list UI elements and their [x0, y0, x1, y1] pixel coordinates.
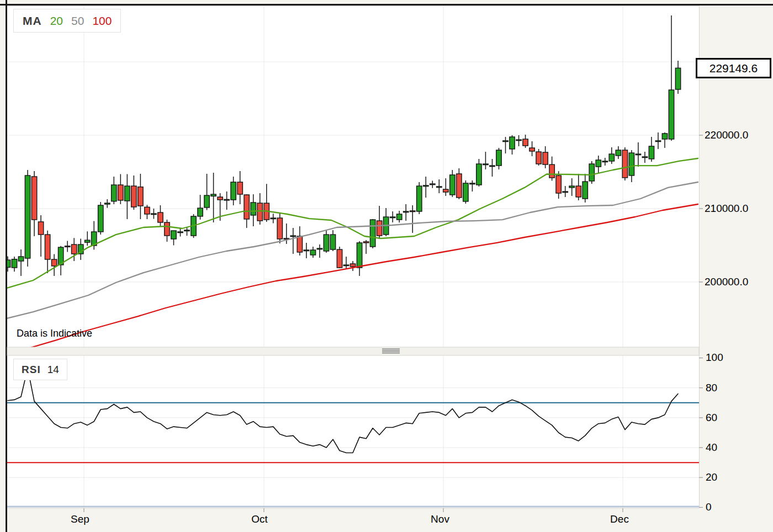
- candle-body-up: [629, 153, 634, 175]
- candle-body-up: [636, 154, 640, 155]
- candle-body-up: [98, 205, 103, 232]
- candle-body-up: [430, 184, 435, 185]
- rsi-legend-label: RSI: [22, 364, 41, 376]
- candle-body-up: [437, 187, 442, 188]
- candle-body-up: [417, 186, 422, 211]
- candle-body-up: [198, 208, 203, 216]
- candle-body-up: [12, 259, 17, 268]
- candle-body-up: [470, 183, 475, 184]
- candle-body-up: [211, 194, 216, 196]
- candle-body-up: [602, 161, 607, 162]
- candle-body-down: [51, 259, 56, 266]
- rsi-tick-60: 60: [706, 412, 717, 424]
- candle[interactable]: [417, 182, 422, 214]
- candle-body-up: [251, 203, 256, 215]
- candle-body-up: [655, 141, 660, 142]
- candle-body-up: [583, 182, 587, 199]
- candle-body-up: [85, 240, 90, 242]
- candle-body-down: [131, 186, 136, 207]
- ma-20-period-label: 20: [50, 14, 63, 28]
- candle[interactable]: [463, 180, 468, 204]
- ma-50-period-label: 50: [71, 14, 84, 28]
- candle-body-down: [543, 152, 548, 164]
- candle-body-up: [675, 68, 680, 89]
- rsi-legend[interactable]: RSI 14: [13, 359, 67, 380]
- rsi-tick-0: 0: [706, 501, 712, 513]
- candle-body-down: [443, 189, 448, 192]
- candle-body-down: [536, 152, 541, 164]
- rsi-tick-100: 100: [706, 352, 723, 364]
- candle-body-up: [503, 141, 508, 142]
- panel-divider[interactable]: [7, 347, 699, 355]
- price-tick-200000: 200000.0: [705, 276, 748, 288]
- candle-body-down: [410, 211, 415, 212]
- candle-body-down: [556, 175, 561, 193]
- candle[interactable]: [98, 202, 103, 235]
- candle-body-down: [244, 195, 249, 219]
- candle-body-up: [642, 157, 647, 158]
- candle-body-up: [151, 214, 156, 215]
- candle-body-up: [204, 195, 209, 208]
- candle-body-down: [363, 242, 368, 243]
- candle-body-up: [390, 217, 395, 218]
- candle-body-up: [310, 250, 315, 255]
- candle-body-down: [31, 177, 36, 220]
- candle-body-down: [218, 197, 223, 200]
- candle-body-up: [178, 232, 183, 233]
- candle-body-up: [125, 186, 130, 201]
- candle-body-up: [343, 265, 348, 266]
- candle-body-down: [622, 150, 627, 178]
- candle-body-up: [669, 90, 674, 139]
- chart-canvas[interactable]: [0, 0, 773, 532]
- candle-body-up: [510, 137, 515, 149]
- candle-body-up: [25, 175, 30, 258]
- candle[interactable]: [25, 170, 30, 267]
- candle[interactable]: [370, 219, 375, 248]
- candle-body-down: [457, 174, 462, 198]
- candle-body-up: [649, 146, 654, 159]
- candle-body-down: [523, 139, 528, 146]
- candle-body-up: [304, 250, 309, 251]
- month-label-sep: Sep: [71, 513, 89, 525]
- main-plot-area[interactable]: [7, 6, 699, 347]
- candle[interactable]: [622, 147, 627, 180]
- candle-body-up: [569, 186, 574, 188]
- ma-legend-label: MA: [23, 14, 42, 28]
- candle[interactable]: [536, 149, 541, 166]
- rsi-plot-area[interactable]: [7, 355, 699, 509]
- candle-body-up: [589, 164, 594, 181]
- ma-legend[interactable]: MA 20 50 100: [13, 9, 121, 33]
- candle-body-up: [224, 199, 229, 200]
- candle-body-down: [145, 207, 150, 214]
- candle-body-up: [18, 257, 23, 261]
- month-label-dec: Dec: [610, 513, 629, 525]
- candle-body-down: [72, 244, 77, 254]
- chart-frame-left: [6, 0, 7, 532]
- candle[interactable]: [589, 161, 594, 184]
- candle-body-up: [596, 160, 601, 167]
- candle-body-up: [476, 164, 481, 185]
- candle[interactable]: [337, 247, 342, 268]
- candle-body-down: [530, 148, 534, 151]
- candle-body-down: [165, 222, 170, 236]
- candle-body-up: [231, 182, 236, 200]
- indicative-data-note: Data is Indicative: [17, 328, 92, 339]
- candle-body-up: [450, 175, 455, 195]
- candle-body-up: [184, 230, 189, 231]
- candle-body-up: [290, 236, 295, 237]
- candle-body-up: [463, 183, 468, 201]
- candle[interactable]: [277, 214, 282, 243]
- candle-body-up: [423, 185, 428, 187]
- candle-body-up: [317, 248, 322, 249]
- candle-body-up: [516, 140, 521, 141]
- candle-body-up: [662, 134, 667, 139]
- rsi-tick-80: 80: [706, 382, 717, 394]
- candle-body-down: [118, 185, 123, 200]
- candle-body-up: [490, 166, 495, 167]
- candle-body-down: [277, 218, 282, 239]
- candle-body-up: [171, 231, 176, 239]
- candle-body-up: [357, 243, 362, 268]
- rsi-period-value: 14: [47, 364, 59, 376]
- month-label-oct: Oct: [251, 513, 268, 525]
- candle-body-up: [609, 154, 614, 161]
